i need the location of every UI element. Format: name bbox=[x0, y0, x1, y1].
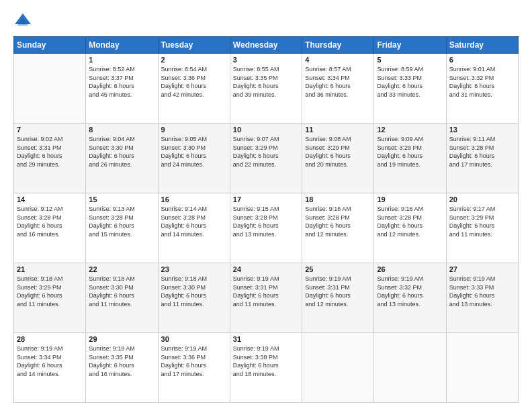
day-info: Sunrise: 9:05 AM Sunset: 3:30 PM Dayligh… bbox=[161, 135, 227, 169]
weekday-header-monday: Monday bbox=[86, 37, 158, 54]
day-info: Sunrise: 9:18 AM Sunset: 3:30 PM Dayligh… bbox=[89, 275, 154, 308]
calendar-cell bbox=[374, 333, 446, 403]
day-number: 5 bbox=[377, 56, 443, 64]
calendar-cell: 18Sunrise: 9:16 AM Sunset: 3:28 PM Dayli… bbox=[302, 193, 374, 263]
day-info: Sunrise: 9:08 AM Sunset: 3:29 PM Dayligh… bbox=[305, 135, 371, 169]
day-info: Sunrise: 9:19 AM Sunset: 3:33 PM Dayligh… bbox=[449, 275, 515, 308]
weekday-header-friday: Friday bbox=[374, 37, 446, 54]
day-info: Sunrise: 9:04 AM Sunset: 3:30 PM Dayligh… bbox=[89, 135, 154, 169]
day-number: 9 bbox=[161, 126, 227, 134]
day-number: 13 bbox=[449, 126, 515, 134]
day-info: Sunrise: 9:02 AM Sunset: 3:31 PM Dayligh… bbox=[17, 135, 83, 169]
calendar-cell: 14Sunrise: 9:12 AM Sunset: 3:28 PM Dayli… bbox=[14, 193, 86, 263]
calendar-cell: 29Sunrise: 9:19 AM Sunset: 3:35 PM Dayli… bbox=[86, 333, 158, 403]
logo-icon bbox=[13, 11, 32, 30]
day-number: 17 bbox=[233, 195, 299, 203]
day-info: Sunrise: 9:16 AM Sunset: 3:28 PM Dayligh… bbox=[377, 205, 443, 238]
calendar-cell: 16Sunrise: 9:14 AM Sunset: 3:28 PM Dayli… bbox=[158, 193, 230, 263]
day-number: 1 bbox=[89, 56, 154, 64]
weekday-header-tuesday: Tuesday bbox=[158, 37, 230, 54]
day-number: 31 bbox=[233, 335, 299, 343]
day-info: Sunrise: 9:13 AM Sunset: 3:28 PM Dayligh… bbox=[89, 205, 154, 238]
day-info: Sunrise: 9:19 AM Sunset: 3:31 PM Dayligh… bbox=[233, 275, 299, 308]
calendar-cell: 21Sunrise: 9:18 AM Sunset: 3:29 PM Dayli… bbox=[14, 263, 86, 333]
calendar-cell: 6Sunrise: 9:01 AM Sunset: 3:32 PM Daylig… bbox=[446, 54, 518, 124]
weekday-header-saturday: Saturday bbox=[446, 37, 518, 54]
calendar-cell: 9Sunrise: 9:05 AM Sunset: 3:30 PM Daylig… bbox=[158, 124, 230, 193]
calendar-cell: 8Sunrise: 9:04 AM Sunset: 3:30 PM Daylig… bbox=[86, 124, 158, 193]
day-info: Sunrise: 9:19 AM Sunset: 3:31 PM Dayligh… bbox=[305, 275, 371, 308]
day-info: Sunrise: 9:14 AM Sunset: 3:28 PM Dayligh… bbox=[161, 205, 227, 238]
page: SundayMondayTuesdayWednesdayThursdayFrid… bbox=[0, 0, 532, 411]
day-number: 19 bbox=[377, 195, 443, 203]
day-number: 18 bbox=[305, 195, 371, 203]
day-number: 16 bbox=[161, 195, 227, 203]
day-number: 26 bbox=[377, 265, 443, 273]
calendar-cell: 4Sunrise: 8:57 AM Sunset: 3:34 PM Daylig… bbox=[302, 54, 374, 124]
weekday-header-sunday: Sunday bbox=[14, 37, 86, 54]
weekday-header-thursday: Thursday bbox=[302, 37, 374, 54]
calendar-cell: 2Sunrise: 8:54 AM Sunset: 3:36 PM Daylig… bbox=[158, 54, 230, 124]
calendar-week-row: 14Sunrise: 9:12 AM Sunset: 3:28 PM Dayli… bbox=[14, 193, 519, 263]
day-info: Sunrise: 9:18 AM Sunset: 3:30 PM Dayligh… bbox=[161, 275, 227, 308]
calendar-table: SundayMondayTuesdayWednesdayThursdayFrid… bbox=[13, 36, 519, 403]
calendar-cell: 22Sunrise: 9:18 AM Sunset: 3:30 PM Dayli… bbox=[86, 263, 158, 333]
day-info: Sunrise: 9:16 AM Sunset: 3:28 PM Dayligh… bbox=[305, 205, 371, 238]
day-info: Sunrise: 8:52 AM Sunset: 3:37 PM Dayligh… bbox=[89, 65, 154, 99]
day-number: 3 bbox=[233, 56, 299, 64]
day-number: 10 bbox=[233, 126, 299, 134]
calendar-week-row: 21Sunrise: 9:18 AM Sunset: 3:29 PM Dayli… bbox=[14, 263, 519, 333]
day-number: 14 bbox=[17, 195, 83, 203]
calendar-cell: 7Sunrise: 9:02 AM Sunset: 3:31 PM Daylig… bbox=[14, 124, 86, 193]
day-number: 6 bbox=[449, 56, 515, 64]
calendar-cell: 3Sunrise: 8:55 AM Sunset: 3:35 PM Daylig… bbox=[230, 54, 302, 124]
day-info: Sunrise: 9:19 AM Sunset: 3:32 PM Dayligh… bbox=[377, 275, 443, 308]
calendar-cell: 20Sunrise: 9:17 AM Sunset: 3:29 PM Dayli… bbox=[446, 193, 518, 263]
day-number: 8 bbox=[89, 126, 154, 134]
day-info: Sunrise: 9:19 AM Sunset: 3:36 PM Dayligh… bbox=[161, 345, 227, 378]
day-number: 4 bbox=[305, 56, 371, 64]
day-info: Sunrise: 9:19 AM Sunset: 3:38 PM Dayligh… bbox=[233, 345, 299, 378]
day-number: 24 bbox=[233, 265, 299, 273]
day-number: 29 bbox=[89, 335, 154, 343]
calendar-cell: 25Sunrise: 9:19 AM Sunset: 3:31 PM Dayli… bbox=[302, 263, 374, 333]
calendar-cell: 23Sunrise: 9:18 AM Sunset: 3:30 PM Dayli… bbox=[158, 263, 230, 333]
calendar-week-row: 1Sunrise: 8:52 AM Sunset: 3:37 PM Daylig… bbox=[14, 54, 519, 124]
day-number: 25 bbox=[305, 265, 371, 273]
calendar-cell: 12Sunrise: 9:09 AM Sunset: 3:29 PM Dayli… bbox=[374, 124, 446, 193]
day-info: Sunrise: 9:01 AM Sunset: 3:32 PM Dayligh… bbox=[449, 65, 515, 99]
day-info: Sunrise: 9:19 AM Sunset: 3:34 PM Dayligh… bbox=[17, 345, 83, 378]
calendar-cell: 15Sunrise: 9:13 AM Sunset: 3:28 PM Dayli… bbox=[86, 193, 158, 263]
calendar-cell bbox=[446, 333, 518, 403]
calendar-cell: 31Sunrise: 9:19 AM Sunset: 3:38 PM Dayli… bbox=[230, 333, 302, 403]
day-info: Sunrise: 9:11 AM Sunset: 3:28 PM Dayligh… bbox=[449, 135, 515, 169]
weekday-header-wednesday: Wednesday bbox=[230, 37, 302, 54]
day-number: 11 bbox=[305, 126, 371, 134]
calendar-cell: 11Sunrise: 9:08 AM Sunset: 3:29 PM Dayli… bbox=[302, 124, 374, 193]
day-number: 28 bbox=[17, 335, 83, 343]
calendar-cell: 13Sunrise: 9:11 AM Sunset: 3:28 PM Dayli… bbox=[446, 124, 518, 193]
calendar-cell: 26Sunrise: 9:19 AM Sunset: 3:32 PM Dayli… bbox=[374, 263, 446, 333]
day-number: 21 bbox=[17, 265, 83, 273]
day-info: Sunrise: 9:15 AM Sunset: 3:28 PM Dayligh… bbox=[233, 205, 299, 238]
calendar-cell: 17Sunrise: 9:15 AM Sunset: 3:28 PM Dayli… bbox=[230, 193, 302, 263]
calendar-cell: 24Sunrise: 9:19 AM Sunset: 3:31 PM Dayli… bbox=[230, 263, 302, 333]
day-info: Sunrise: 8:54 AM Sunset: 3:36 PM Dayligh… bbox=[161, 65, 227, 99]
calendar-cell: 30Sunrise: 9:19 AM Sunset: 3:36 PM Dayli… bbox=[158, 333, 230, 403]
day-number: 22 bbox=[89, 265, 154, 273]
header bbox=[13, 11, 519, 30]
calendar-cell: 5Sunrise: 8:59 AM Sunset: 3:33 PM Daylig… bbox=[374, 54, 446, 124]
calendar-cell bbox=[302, 333, 374, 403]
day-info: Sunrise: 9:17 AM Sunset: 3:29 PM Dayligh… bbox=[449, 205, 515, 238]
day-number: 12 bbox=[377, 126, 443, 134]
day-info: Sunrise: 8:57 AM Sunset: 3:34 PM Dayligh… bbox=[305, 65, 371, 99]
day-number: 23 bbox=[161, 265, 227, 273]
day-info: Sunrise: 9:18 AM Sunset: 3:29 PM Dayligh… bbox=[17, 275, 83, 308]
calendar-cell: 10Sunrise: 9:07 AM Sunset: 3:29 PM Dayli… bbox=[230, 124, 302, 193]
day-number: 20 bbox=[449, 195, 515, 203]
day-number: 7 bbox=[17, 126, 83, 134]
calendar-cell: 28Sunrise: 9:19 AM Sunset: 3:34 PM Dayli… bbox=[14, 333, 86, 403]
calendar-cell: 19Sunrise: 9:16 AM Sunset: 3:28 PM Dayli… bbox=[374, 193, 446, 263]
day-info: Sunrise: 9:12 AM Sunset: 3:28 PM Dayligh… bbox=[17, 205, 83, 238]
day-number: 2 bbox=[161, 56, 227, 64]
